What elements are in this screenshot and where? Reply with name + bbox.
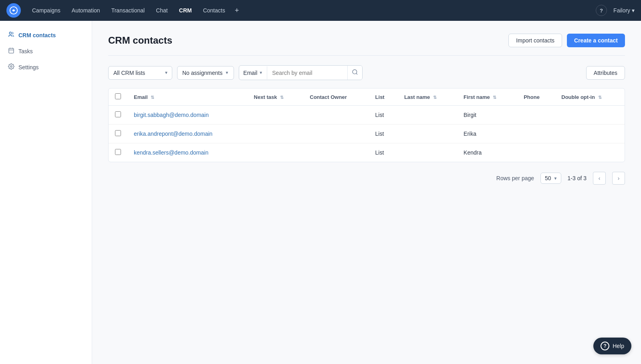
double-opt-in-sort-icon[interactable]: ⇅ [598,95,602,100]
logo[interactable] [6,3,21,18]
search-type-caret: ▼ [259,70,263,75]
nav-add-button[interactable]: + [232,4,242,17]
header-actions: Import contacts Create a contact [508,34,625,47]
page-title: CRM contacts [108,35,172,46]
user-menu[interactable]: Failory ▾ [613,7,635,14]
row-first-name: Kendra [457,143,517,162]
row-last-name [398,125,457,143]
contacts-tbody: birgit.sabbagh@demo.domain List Birgit e… [109,106,625,162]
first-name-sort-icon[interactable]: ⇅ [493,95,496,100]
row-last-name [398,143,457,162]
import-contacts-button[interactable]: Import contacts [508,34,562,47]
help-icon[interactable]: ? [596,5,607,16]
nav-crm[interactable]: CRM [174,5,197,16]
email-sort-icon[interactable]: ⇅ [151,95,154,100]
sidebar-item-tasks[interactable]: Tasks [0,43,92,59]
next-page-button[interactable]: › [612,172,625,185]
pagination-row: Rows per page 50 ▼ 1-3 of 3 ‹ › [108,172,625,185]
row-checkbox-cell [109,143,127,162]
row-next-task [248,125,304,143]
next-task-sort-icon[interactable]: ⇅ [280,95,284,100]
assignment-filter-caret: ▼ [225,70,229,75]
help-fab-icon: ? [601,342,609,350]
nav-campaigns[interactable]: Campaigns [27,5,65,16]
svg-rect-2 [9,48,14,53]
nav-chat[interactable]: Chat [151,5,173,16]
header-divider [108,55,625,56]
rows-per-page-select[interactable]: 50 ▼ [540,173,561,184]
row-checkbox-cell [109,125,127,143]
row-first-name: Erika [457,125,517,143]
row-phone [517,125,555,143]
row-checkbox[interactable] [115,130,121,136]
layout: CRM contacts Tasks Settings CRM contacts [0,21,641,364]
row-checkbox[interactable] [115,111,121,117]
row-first-name: Birgit [457,106,517,125]
rows-per-page-caret: ▼ [554,176,558,181]
sidebar-item-tasks-label: Tasks [18,48,33,54]
row-email[interactable]: birgit.sabbagh@demo.domain [127,106,248,125]
assignment-filter-label: No assignments [182,70,222,76]
col-email: Email ⇅ [127,88,248,106]
table-row: birgit.sabbagh@demo.domain List Birgit [109,106,625,125]
row-contact-owner [303,143,369,162]
row-checkbox[interactable] [115,149,121,155]
help-fab-label: Help [613,343,624,349]
row-email[interactable]: erika.andrepont@demo.domain [127,125,248,143]
list-filter-select[interactable]: All CRM lists [108,66,172,80]
page-header: CRM contacts Import contacts Create a co… [108,34,625,47]
sidebar-item-settings-label: Settings [18,64,39,70]
rows-per-page-value: 50 [545,175,551,181]
select-all-header [109,88,127,106]
nav-transactional[interactable]: Transactional [107,5,150,16]
search-type-label: Email [243,70,257,76]
sidebar-item-settings[interactable]: Settings [0,59,92,75]
col-last-name: Last name ⇅ [398,88,457,106]
row-email[interactable]: kendra.sellers@demo.domain [127,143,248,162]
select-all-checkbox[interactable] [115,93,121,99]
col-first-name: First name ⇅ [457,88,517,106]
row-phone [517,106,555,125]
filters-row: All CRM lists ▼ No assignments ▼ Email ▼ [108,65,625,80]
assignment-filter[interactable]: No assignments ▼ [177,66,234,80]
svg-point-7 [353,70,357,74]
col-phone: Phone [517,88,555,106]
help-fab[interactable]: ? Help [593,338,631,354]
search-button[interactable] [347,66,362,80]
table-row: kendra.sellers@demo.domain List Kendra [109,143,625,162]
main-content: CRM contacts Import contacts Create a co… [92,21,641,364]
search-input[interactable] [267,66,347,79]
row-next-task [248,143,304,162]
create-contact-button[interactable]: Create a contact [567,34,625,47]
tasks-icon [8,47,14,55]
nav-contacts[interactable]: Contacts [198,5,230,16]
sidebar: CRM contacts Tasks Settings [0,21,92,364]
row-phone [517,143,555,162]
col-next-task: Next task ⇅ [248,88,304,106]
contacts-icon [8,31,14,39]
last-name-sort-icon[interactable]: ⇅ [433,95,437,100]
nav-automation[interactable]: Automation [67,5,105,16]
attributes-button[interactable]: Attributes [586,66,625,80]
row-checkbox-cell [109,106,127,125]
row-double-opt-in [555,143,625,162]
prev-page-button[interactable]: ‹ [593,172,606,185]
list-filter-wrapper: All CRM lists ▼ [108,66,172,80]
row-next-task [248,106,304,125]
search-type-dropdown[interactable]: Email ▼ [239,66,267,79]
search-container: Email ▼ [239,65,363,80]
contacts-table-container: Email ⇅ Next task ⇅ Contact Owner List L… [108,88,625,162]
rows-per-page-label: Rows per page [496,175,534,181]
row-double-opt-in [555,125,625,143]
topnav: Campaigns Automation Transactional Chat … [0,0,641,21]
col-double-opt-in: Double opt-in ⇅ [555,88,625,106]
col-list: List [369,88,398,106]
table-header-row: Email ⇅ Next task ⇅ Contact Owner List L… [109,88,625,106]
row-double-opt-in [555,106,625,125]
row-list: List [369,125,398,143]
sidebar-item-crm-contacts[interactable]: CRM contacts [0,27,92,43]
row-list: List [369,106,398,125]
row-list: List [369,143,398,162]
svg-point-6 [10,66,12,67]
row-last-name [398,106,457,125]
